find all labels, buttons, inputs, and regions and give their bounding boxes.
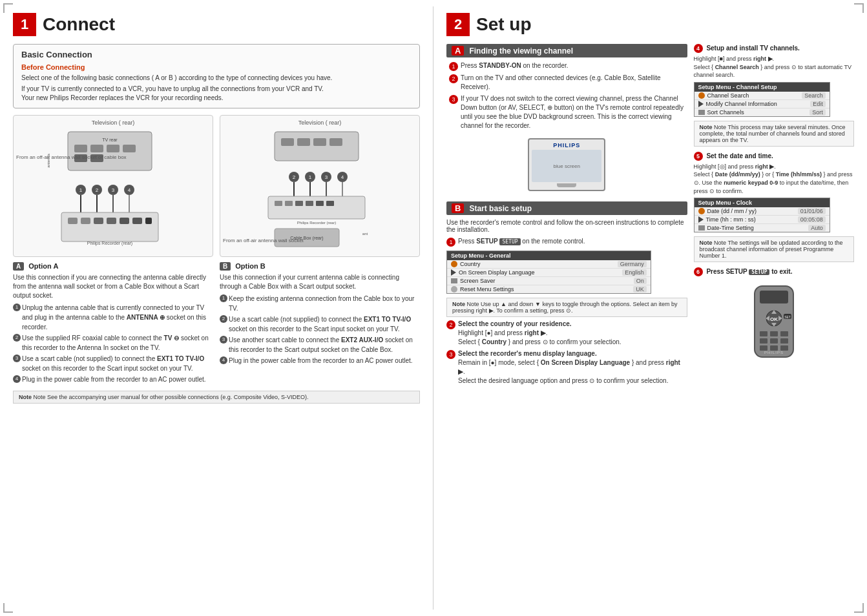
svg-rect-25: [107, 218, 116, 224]
svg-text:Philips Recorder (rear): Philips Recorder (rear): [87, 241, 132, 246]
svg-text:ant: ant: [362, 232, 368, 236]
svg-rect-34: [329, 138, 342, 146]
option-b-desc: Use this connection if your current ante…: [220, 273, 420, 291]
svg-text:PHILIPS: PHILIPS: [764, 351, 784, 354]
diagram-b: Television ( rear) 2 1 3 4: [220, 115, 420, 257]
option-a-label: A Option A: [13, 262, 213, 271]
option-b-label: B Option B: [220, 262, 420, 271]
step-6-num: 6: [694, 267, 703, 276]
section-b-step-text-3: Select the recorder's menu display langu…: [458, 349, 687, 385]
step-5-note-text: Note The settings will be updated accord…: [700, 240, 843, 259]
screen-base: [557, 183, 576, 187]
section-b-step-num-2: 2: [446, 320, 455, 329]
left-section: 1 Connect Basic Connection Before Connec…: [6, 6, 434, 610]
svg-rect-74: [760, 345, 768, 351]
option-b-letter: B: [220, 262, 231, 271]
svg-rect-23: [81, 218, 90, 224]
menu-ch-value-1: Search: [802, 92, 826, 99]
svg-rect-27: [132, 218, 142, 224]
menu-value-reset: UK: [633, 286, 647, 293]
diagram-b-tv-label: Television ( rear): [224, 119, 415, 126]
remote-svg: OK SET: [748, 283, 800, 360]
menu-icon-country: [451, 261, 457, 267]
diagram-b-svg: 2 1 3 4 Philips Recorder (rear): [224, 128, 415, 251]
svg-rect-73: [780, 338, 788, 344]
step-4-text: Highlight [■] and press right ▶. Select …: [694, 55, 854, 79]
screen-inner: blue screen: [532, 150, 601, 182]
svg-rect-68: [760, 331, 768, 336]
svg-rect-20: [61, 212, 158, 241]
section-a-title: Finding the viewing channel: [469, 46, 573, 56]
step-num-1: 1: [13, 303, 21, 311]
svg-text:1: 1: [309, 174, 312, 180]
svg-rect-50: [285, 201, 293, 206]
menu-ch-icon-3: [698, 110, 705, 115]
section-b-intro: Use the recorder's remote control and fo…: [446, 219, 687, 233]
svg-rect-51: [295, 201, 303, 206]
menu-row-language: On Screen Display Language English: [447, 269, 651, 277]
step-4-note: Note Note This process may take several …: [694, 121, 854, 147]
menu-general-title: Setup Menu - General: [447, 251, 651, 260]
setup-btn-exit: SETUP: [749, 269, 769, 275]
svg-rect-2: [74, 145, 87, 152]
svg-text:OK: OK: [770, 316, 778, 322]
svg-rect-31: [281, 138, 294, 146]
diagram-a-svg: TV rear 1 2 3 4: [17, 128, 209, 251]
menu-clock-row-2: Time (hh : mm : ss) 00:05:08: [695, 216, 830, 224]
right-sidebar: 4 Setup and install TV channels. Highlig…: [694, 44, 854, 392]
menu-clk-icon-2: [698, 216, 704, 223]
tv-screen: PHILIPS blue screen: [528, 138, 605, 191]
menu-value-language: English: [622, 269, 647, 276]
option-b-list: 1 Keep the existing antenna connection f…: [220, 294, 420, 365]
step-6-content: 6 Press SETUP SETUP to exit.: [694, 267, 854, 276]
options-area: A Option A Use this connection if you ar…: [13, 262, 420, 385]
diagram-a: Television ( rear) TV rear 1 2: [13, 115, 213, 257]
section-b-letter: B: [452, 203, 464, 213]
menu-label-country: Country: [460, 261, 481, 267]
section-b-step-num-3: 3: [446, 350, 455, 359]
diagram-a-tv-label: Television ( rear): [17, 119, 209, 126]
section-a-step-3: 3 If your TV does not switch to the corr…: [449, 94, 687, 130]
section-a-step-text-3: If your TV does not switch to the correc…: [461, 94, 687, 130]
svg-text:2: 2: [96, 187, 99, 193]
section-b-header: B Start basic setup: [446, 201, 687, 215]
basic-connection-text1: Select one of the following basic connec…: [21, 74, 412, 83]
step-4-note-text: Note This process may take several minut…: [700, 124, 846, 143]
svg-text:Philips Recorder (rear): Philips Recorder (rear): [297, 221, 336, 225]
before-connecting-title: Before Connecting: [21, 63, 412, 71]
svg-rect-54: [326, 201, 334, 206]
menu-ch-value-2: Edit: [810, 101, 826, 107]
menu-ch-label-3: Sort Channels: [707, 109, 744, 116]
svg-rect-52: [306, 201, 313, 206]
svg-rect-24: [94, 218, 103, 224]
diagrams-area: Television ( rear) TV rear 1 2: [13, 115, 420, 257]
svg-text:4: 4: [341, 174, 344, 180]
section-a-step-num-1: 1: [449, 62, 458, 71]
step-6: 6 Press SETUP SETUP to exit.: [694, 267, 854, 276]
section-b-step-3: 3 Select the recorder's menu display lan…: [446, 349, 687, 385]
step-6-text: Press SETUP SETUP to exit.: [706, 268, 792, 275]
svg-rect-33: [313, 138, 326, 146]
svg-rect-32: [297, 138, 310, 146]
svg-text:SET: SET: [784, 315, 791, 319]
screen-area: PHILIPS blue screen: [446, 134, 687, 195]
menu-label-screensaver: Screen Saver: [460, 278, 496, 284]
step-4-title-text: Setup and install TV channels.: [706, 45, 799, 52]
step-num-3: 3: [13, 354, 21, 362]
setup-btn-inline: SETUP: [499, 238, 520, 245]
menu-value-screensaver: On: [634, 278, 647, 284]
option-b-box: B Option B Use this connection if your c…: [220, 262, 420, 385]
menu-general-box: Setup Menu - General Country Germany: [446, 251, 651, 294]
right-main: A Finding the viewing channel 1 Press ST…: [446, 44, 687, 392]
page: 1 Connect Basic Connection Before Connec…: [0, 0, 867, 616]
step-5-title: 5 Set the date and time.: [694, 152, 854, 161]
svg-rect-30: [275, 132, 359, 161]
connect-number: 1: [13, 13, 36, 36]
menu-ch-icon-2: [698, 101, 704, 107]
note-bar: Note Note See the accompanying user manu…: [13, 391, 420, 404]
section-b-step-text-1: Press SETUP SETUP on the remote control.: [458, 237, 585, 246]
step-4: 4 Setup and install TV channels. Highlig…: [694, 44, 854, 147]
svg-text:1: 1: [79, 187, 83, 193]
step-5: 5 Set the date and time. Highlight [◎] a…: [694, 152, 854, 262]
svg-text:4: 4: [128, 187, 131, 193]
